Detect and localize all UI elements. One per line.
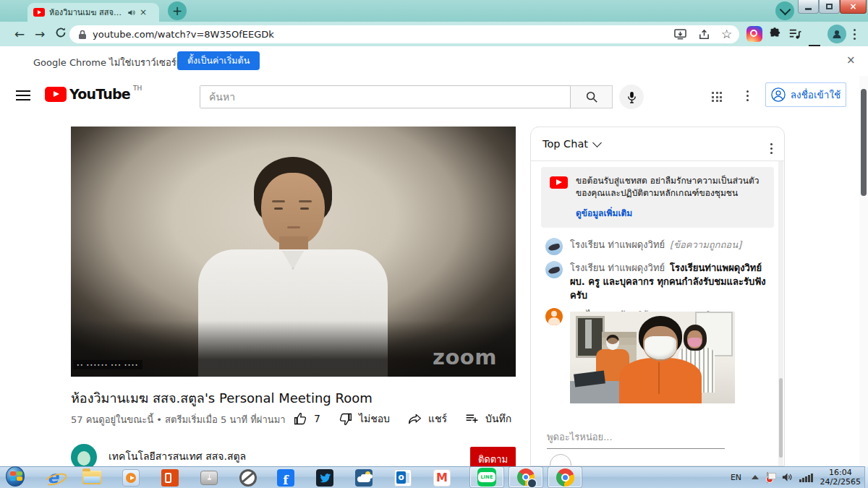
- chat-scrollbar[interactable]: [778, 161, 783, 466]
- video-player[interactable]: •• •••••• ••• •••• zoom: [71, 127, 516, 377]
- search-icon: [585, 90, 598, 103]
- taskbar-outlook[interactable]: [393, 468, 412, 487]
- set-default-button[interactable]: ตั้งเป็นค่าเริ่มต้น: [177, 51, 260, 70]
- thumb-down-icon: [338, 411, 353, 427]
- window-minimize-button[interactable]: [798, 0, 819, 14]
- taskbar-office[interactable]: [161, 468, 179, 487]
- chat-header: Top Chat: [531, 127, 784, 161]
- sign-in-button[interactable]: ลงชื่อเข้าใช้: [765, 82, 846, 107]
- chat-message: โรงเรียน ท่าแพผดุงวิทย์โรงเรียนท่าแพผดุง…: [531, 258, 784, 305]
- office-icon: [161, 469, 179, 487]
- share-page-icon[interactable]: [698, 28, 710, 40]
- action-center-flag-icon[interactable]: [766, 472, 775, 483]
- tab-search-button[interactable]: [775, 1, 794, 20]
- media-controls-icon[interactable]: [788, 27, 801, 40]
- share-button[interactable]: แชร์: [407, 411, 447, 427]
- back-button[interactable]: ←: [14, 27, 25, 40]
- taskbar-weather[interactable]: [354, 468, 373, 487]
- tab-title: ห้องวิมานเมฆ สสจ.สตูล's Pers: [49, 6, 123, 19]
- show-desktop-button[interactable]: [864, 466, 868, 488]
- thumb-up-icon: [293, 411, 308, 427]
- line-icon: LINE: [477, 468, 496, 487]
- youtube-logo[interactable]: YouTube TH: [45, 87, 142, 102]
- taskbar-disc-burner[interactable]: [239, 468, 258, 487]
- reload-button[interactable]: [55, 27, 67, 38]
- url-bar[interactable]: youtube.com/watch?v=8W35OfEEGDk: [69, 25, 739, 43]
- chrome-icon: [556, 468, 574, 487]
- twitter-bird-icon: [316, 469, 333, 487]
- chat-author[interactable]: โรงเรียน ท่าแพผดุงวิทย์: [570, 239, 665, 250]
- chat-mode-label[interactable]: Top Chat: [542, 138, 588, 150]
- search-button[interactable]: [571, 85, 613, 108]
- guide-menu-icon[interactable]: [16, 90, 30, 100]
- dislike-button[interactable]: ไม่ชอบ: [338, 411, 390, 427]
- youtube-apps-icon[interactable]: [712, 92, 722, 102]
- chat-menu-icon[interactable]: [770, 143, 773, 145]
- microphone-icon: [626, 91, 637, 103]
- taskbar-facebook[interactable]: f: [276, 468, 295, 487]
- banner-close-icon[interactable]: ×: [846, 53, 856, 67]
- taskbar-internet-explorer[interactable]: e: [43, 468, 62, 487]
- language-indicator[interactable]: EN: [731, 473, 741, 482]
- search-input[interactable]: [200, 86, 570, 108]
- chat-input[interactable]: พูดอะไรหน่อย...: [547, 429, 725, 449]
- taskbar-file-explorer[interactable]: [82, 468, 101, 487]
- chat-author[interactable]: โรงเรียน ท่าแพผดุงวิทย์: [570, 262, 665, 273]
- youtube-settings-menu-icon[interactable]: [746, 90, 749, 93]
- taskbar-line-app[interactable]: LINE: [470, 467, 503, 487]
- learn-more-link[interactable]: ดูข้อมูลเพิ่มเติม: [576, 206, 632, 220]
- taskbar-media-player[interactable]: [122, 468, 140, 487]
- system-tray: EN 16:04 24/2/2565: [731, 466, 868, 488]
- forward-button[interactable]: →: [35, 27, 45, 40]
- share-arrow-icon: [407, 411, 422, 427]
- taskbar-usb-device[interactable]: [200, 468, 218, 487]
- browser-titlebar: ห้องวิมานเมฆ สสจ.สตูล's Pers × + ×: [0, 0, 868, 22]
- tab-close-icon[interactable]: ×: [140, 8, 147, 17]
- tab-audio-icon[interactable]: [127, 9, 135, 17]
- window-maximize-button[interactable]: [819, 0, 840, 14]
- gmail-icon: M: [433, 469, 451, 487]
- weather-cloud-icon: [355, 469, 373, 487]
- voice-search-button[interactable]: [619, 85, 644, 109]
- chevron-down-icon[interactable]: [592, 138, 602, 147]
- taskbar-chrome[interactable]: [548, 467, 582, 487]
- internet-explorer-icon: e: [47, 469, 59, 486]
- share-label: แชร์: [428, 411, 447, 427]
- chat-avatar[interactable]: [545, 238, 563, 255]
- channel-name[interactable]: เทคโนโลยีสารสนเทศ สสจ.สตูล: [109, 448, 246, 464]
- like-button[interactable]: 7: [293, 411, 320, 427]
- volume-icon[interactable]: [782, 472, 793, 482]
- taskbar-gmail[interactable]: M: [433, 468, 451, 487]
- chat-welcome-card: ขอต้อนรับสู่แชทสด อย่าลืมรักษาความเป็นส่…: [541, 167, 774, 228]
- chat-avatar[interactable]: [545, 261, 563, 278]
- chat-text: [ข้อความถูกถอน]: [670, 239, 741, 250]
- chat-avatar[interactable]: [545, 308, 563, 325]
- window-close-button[interactable]: ×: [840, 0, 867, 14]
- outlook-icon: [394, 469, 412, 487]
- save-button[interactable]: บันทึก: [464, 411, 511, 427]
- chat-message: โรงเรียน ท่าแพผดุงวิทย์[ข้อความถูกถอน]: [531, 235, 784, 258]
- zoom-watermark: zoom: [433, 347, 497, 368]
- chat-image[interactable]: [570, 312, 735, 403]
- browser-menu-icon[interactable]: [854, 29, 856, 31]
- video-stats: 57 คนดูอยู่ในขณะนี้ • สตรีมเริ่มเมื่อ 5 …: [71, 412, 286, 427]
- clock-date: 24/2/2565: [820, 477, 861, 487]
- profile-avatar[interactable]: [827, 25, 846, 43]
- start-button[interactable]: [6, 467, 25, 485]
- extensions-puzzle-icon[interactable]: [768, 27, 781, 40]
- taskbar-twitter[interactable]: [315, 468, 334, 487]
- taskbar-chrome-profile[interactable]: [509, 467, 542, 487]
- page-scrollbar[interactable]: [859, 76, 868, 466]
- save-label: บันทึก: [485, 411, 511, 427]
- new-tab-button[interactable]: +: [168, 1, 187, 20]
- hidden-icons-arrow[interactable]: [752, 475, 759, 479]
- network-signal-icon[interactable]: [799, 473, 813, 482]
- chat-scrollbar-thumb[interactable]: [779, 378, 783, 458]
- install-app-icon[interactable]: [674, 28, 686, 40]
- bookmark-star-icon[interactable]: ☆: [721, 27, 732, 41]
- taskbar-clock[interactable]: 16:04 24/2/2565: [820, 468, 861, 487]
- extension-instagram-icon[interactable]: [746, 26, 762, 42]
- url-text: youtube.com/watch?v=8W35OfEEGDk: [93, 29, 274, 40]
- browser-tab[interactable]: ห้องวิมานเมฆ สสจ.สตูล's Pers ×: [27, 3, 159, 22]
- page-scrollbar-thumb[interactable]: [861, 89, 867, 196]
